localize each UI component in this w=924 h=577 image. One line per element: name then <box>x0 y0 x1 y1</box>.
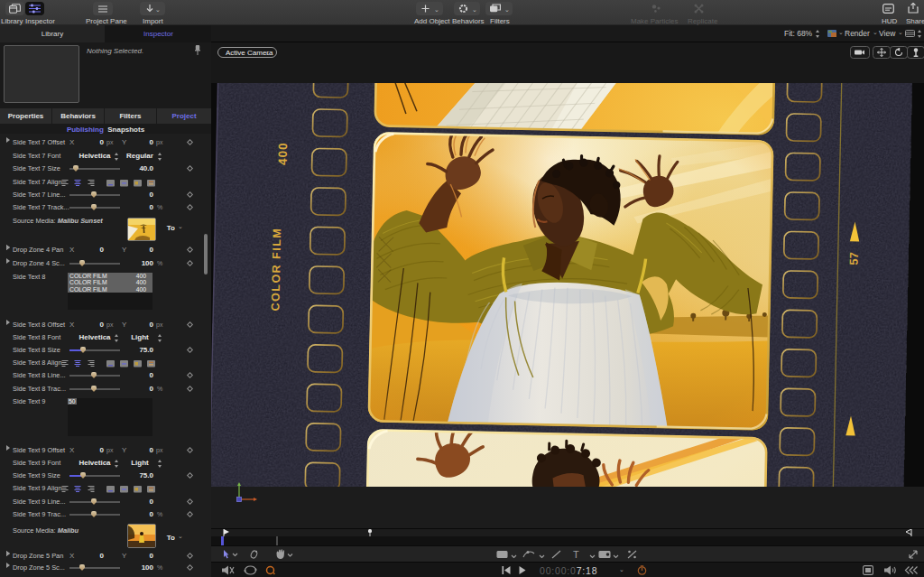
svg-text:COLOR FILM: COLOR FILM <box>269 228 283 312</box>
svg-text:57: 57 <box>846 252 860 265</box>
svg-text:T: T <box>573 549 579 560</box>
svg-text:400: 400 <box>276 142 291 165</box>
